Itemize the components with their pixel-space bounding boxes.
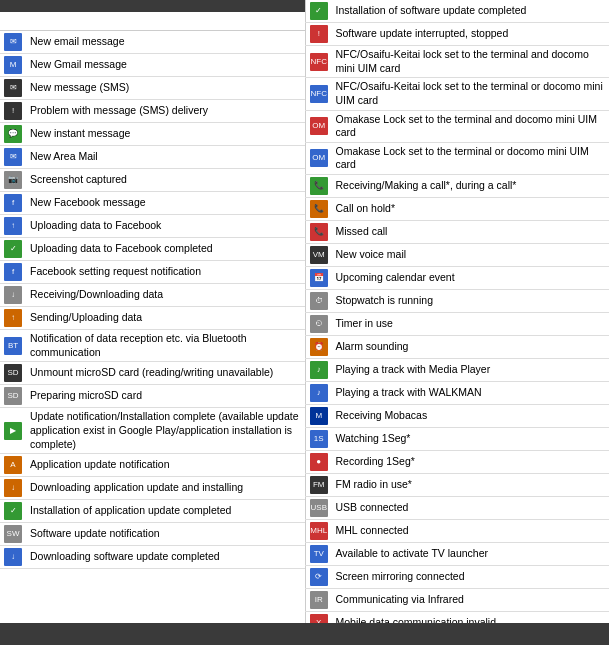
icon-cell: M (0, 54, 26, 77)
notification-label: FM radio in use* (332, 474, 610, 497)
right-table-row: VM New voice mail (306, 244, 610, 267)
right-table-row: MHL MHL connected (306, 520, 610, 543)
right-table-row: M Receiving Mobacas (306, 405, 610, 428)
right-panel: ✓ Installation of software update comple… (305, 0, 609, 630)
icon-cell: SW (0, 523, 26, 546)
notification-label: Receiving/Making a call*, during a call* (332, 175, 610, 198)
left-table: ✉ New email message M New Gmail message … (0, 31, 305, 569)
right-table-row: OM Omakase Lock set to the terminal or d… (306, 142, 610, 174)
notification-label: NFC/Osaifu-Keitai lock set to the termin… (332, 46, 610, 78)
notification-icon: ♪ (310, 384, 328, 402)
left-table-row: ▶ Update notification/Installation compl… (0, 408, 305, 454)
notification-icon: A (4, 456, 22, 474)
left-table-row: SW Software update notification (0, 523, 305, 546)
right-table-row: NFC NFC/Osaifu-Keitai lock set to the te… (306, 78, 610, 110)
notification-icon: ✉ (4, 33, 22, 51)
right-table-row: ⟳ Screen mirroring connected (306, 566, 610, 589)
left-table-row: SD Preparing microSD card (0, 385, 305, 408)
notification-icon: 📞 (310, 200, 328, 218)
notification-label: Software update notification (26, 523, 305, 546)
icon-cell: ♪ (306, 359, 332, 382)
right-table-row: ⏰ Alarm sounding (306, 336, 610, 359)
right-table-row: TV Available to activate TV launcher (306, 543, 610, 566)
icon-cell: OM (306, 110, 332, 142)
notification-icon: SW (4, 525, 22, 543)
left-table-row: f Facebook setting request notification (0, 261, 305, 284)
notification-icon: SD (4, 387, 22, 405)
notification-icon: ↓ (4, 548, 22, 566)
notification-label: New instant message (26, 123, 305, 146)
icon-cell: ↑ (0, 307, 26, 330)
notification-label: Receiving Mobacas (332, 405, 610, 428)
icon-cell: TV (306, 543, 332, 566)
notification-label: Playing a track with Media Player (332, 359, 610, 382)
notification-icon: ⏰ (310, 338, 328, 356)
notification-icon: M (4, 56, 22, 74)
notification-label: Alarm sounding (332, 336, 610, 359)
notification-icon: f (4, 194, 22, 212)
icon-cell: USB (306, 497, 332, 520)
right-table-row: ⏲ Timer in use (306, 313, 610, 336)
icon-cell: ● (306, 451, 332, 474)
icon-cell: f (0, 192, 26, 215)
notification-icon: OM (310, 149, 328, 167)
notification-icon: 1S (310, 430, 328, 448)
notification-icon: ↑ (4, 217, 22, 235)
notification-label: New message (SMS) (26, 77, 305, 100)
notification-label: New Facebook message (26, 192, 305, 215)
right-table-row: ♪ Playing a track with Media Player (306, 359, 610, 382)
notification-icon: ⏲ (310, 315, 328, 333)
icon-cell: 📷 (0, 169, 26, 192)
left-table-row: BT Notification of data reception etc. v… (0, 330, 305, 362)
notification-icon: BT (4, 337, 22, 355)
icon-cell: 📅 (306, 267, 332, 290)
notification-icon: ✓ (4, 240, 22, 258)
icon-cell: ! (0, 100, 26, 123)
notification-label: Communicating via Infrared (332, 589, 610, 612)
notification-label: Omakase Lock set to the terminal or doco… (332, 142, 610, 174)
left-table-row: ✓ Uploading data to Facebook completed (0, 238, 305, 261)
icon-cell: SD (0, 385, 26, 408)
notification-icon: FM (310, 476, 328, 494)
notification-label: Preparing microSD card (26, 385, 305, 408)
notification-icon: 📞 (310, 223, 328, 241)
notification-icon: ✉ (4, 79, 22, 97)
notification-icon: MHL (310, 522, 328, 540)
notification-label: Upcoming calendar event (332, 267, 610, 290)
notification-icon: f (4, 263, 22, 281)
notification-icon: 📷 (4, 171, 22, 189)
right-table-row: 📞 Receiving/Making a call*, during a cal… (306, 175, 610, 198)
icon-cell: ✉ (0, 146, 26, 169)
notification-label: Facebook setting request notification (26, 261, 305, 284)
icon-cell: ↓ (0, 477, 26, 500)
notification-icon: NFC (310, 53, 328, 71)
notification-label: Recording 1Seg* (332, 451, 610, 474)
notification-label: New Gmail message (26, 54, 305, 77)
right-table-row: OM Omakase Lock set to the terminal and … (306, 110, 610, 142)
icon-cell: ⟳ (306, 566, 332, 589)
notification-label: New email message (26, 31, 305, 54)
right-table-row: 📞 Missed call (306, 221, 610, 244)
intro-text (0, 12, 305, 31)
notification-icon: ● (310, 453, 328, 471)
notification-icon: ⟳ (310, 568, 328, 586)
icon-cell: OM (306, 142, 332, 174)
notification-label: Screen mirroring connected (332, 566, 610, 589)
notification-icon: ♪ (310, 361, 328, 379)
left-table-row: ✉ New Area Mail (0, 146, 305, 169)
icon-cell: ✓ (0, 500, 26, 523)
notification-label: Software update interrupted, stopped (332, 23, 610, 46)
left-table-row: 📷 Screenshot captured (0, 169, 305, 192)
notification-label: Receiving/Downloading data (26, 284, 305, 307)
notification-icon: ✓ (310, 2, 328, 20)
icon-cell: 1S (306, 428, 332, 451)
notification-icon: TV (310, 545, 328, 563)
icon-cell: ⏲ (306, 313, 332, 336)
notification-icon: OM (310, 117, 328, 135)
left-table-row: SD Unmount microSD card (reading/writing… (0, 362, 305, 385)
icon-cell: 💬 (0, 123, 26, 146)
notification-label: USB connected (332, 497, 610, 520)
left-table-row: f New Facebook message (0, 192, 305, 215)
left-table-row: M New Gmail message (0, 54, 305, 77)
right-table-row: ✓ Installation of software update comple… (306, 0, 610, 23)
